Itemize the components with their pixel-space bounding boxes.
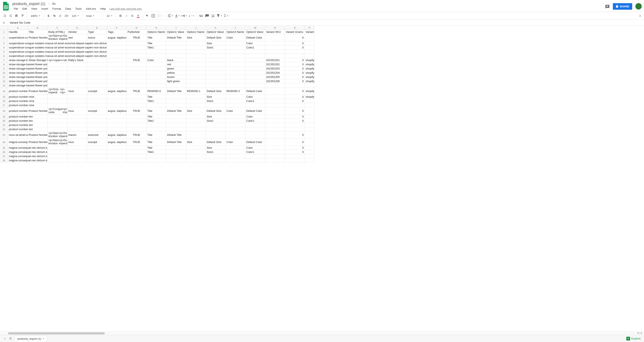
cell-B14[interactable]: Product Number [28,88,48,95]
cell-H8[interactable] [146,62,166,67]
cell-I8[interactable]: red [166,62,186,67]
cell-M27[interactable] [246,154,265,158]
cell-D28[interactable] [67,158,87,163]
row-head-11[interactable]: 11 [0,75,8,79]
row-head-10[interactable]: 10 [0,71,8,75]
menu-help[interactable]: Help [98,7,108,11]
cell-D23[interactable]: mauris [67,131,87,139]
cell-O9[interactable]: 0 [285,67,305,71]
cell-L12[interactable] [226,79,246,83]
row-head-25[interactable]: 25 [0,146,8,150]
cell-C27[interactable] [48,154,67,158]
row-head-6[interactable]: 6 [0,54,8,58]
cell-M28[interactable] [246,158,265,163]
cell-M20[interactable]: Color1 [246,119,265,123]
cell-J23[interactable] [186,131,206,139]
scrollbar-thumb[interactable] [8,332,105,334]
cell-O26[interactable]: 0 [285,150,305,154]
cell-O27[interactable] [285,154,305,158]
cell-O7[interactable]: 0 [285,58,305,62]
cell-F23[interactable]: augue, dapibus, [107,131,127,139]
cell-O10[interactable]: 0 [285,71,305,75]
cell-F10[interactable] [107,71,127,75]
cell-N11[interactable]: 202352205 [265,75,285,79]
cell-I24[interactable]: Default Title [166,139,186,146]
cell-L27[interactable] [226,154,246,158]
cell-N26[interactable] [265,150,285,154]
cell-P4[interactable] [305,46,314,50]
row-head-4[interactable]: 4 [0,46,8,50]
cell-C26[interactable] [48,150,67,154]
cell-I22[interactable] [166,127,186,131]
row-head-8[interactable]: 8 [0,62,8,67]
cell-O3[interactable]: 0 [285,41,305,46]
cell-J13[interactable] [186,83,206,88]
cell-E22[interactable] [87,127,107,131]
cell-J12[interactable] [186,79,206,83]
header-cell[interactable]: Published [127,30,146,34]
cell-B2[interactable]: Product Number [28,34,48,41]
cell-N16[interactable] [265,99,285,103]
cell-G23[interactable]: TRUE [127,131,146,139]
cell-E17[interactable] [87,103,107,107]
chart-icon[interactable] [210,13,216,19]
cell-M5[interactable] [246,50,265,54]
cell-K18[interactable]: Default Size [206,107,226,115]
row-head-20[interactable]: 20 [0,119,8,123]
cell-C13[interactable] [48,83,67,88]
row-head-3[interactable]: 3 [0,41,8,46]
cell-N27[interactable] [265,154,285,158]
cell-L15[interactable] [226,95,246,99]
col-head-B[interactable]: B [28,26,48,30]
cell-C9[interactable] [48,67,67,71]
cell-H28[interactable] [146,158,166,163]
cell-K8[interactable] [206,62,226,67]
cell-B18[interactable]: Product Number [28,107,48,115]
cell-N13[interactable] [265,83,285,88]
cell-E26[interactable] [87,150,107,154]
cell-E25[interactable] [87,146,107,150]
cell-F25[interactable] [107,146,127,150]
share-button[interactable]: SHARE [613,3,632,10]
cell-D10[interactable] [67,71,87,75]
cell-H9[interactable] [146,67,166,71]
fx-icon[interactable]: fx [0,20,8,26]
account-avatar[interactable] [635,3,642,10]
cell-D20[interactable] [67,119,87,123]
cell-K22[interactable] [206,127,226,131]
cell-A12[interactable]: straw-storage-basket-flower-pot [8,79,48,83]
cell-A3[interactable]: suspendisse-congue-sodales-massa-sit-ame… [8,41,107,46]
cell-E14[interactable]: suscipit [87,88,107,95]
cell-G4[interactable] [127,46,146,50]
cell-L24[interactable]: Color [226,139,246,146]
cell-J14[interactable]: REWIND-1 [186,88,206,95]
cell-F14[interactable]: augue, dapibus, [107,88,127,95]
cell-H17[interactable] [146,103,166,107]
header-cell[interactable]: Variant SKU [265,30,285,34]
cell-H12[interactable] [146,79,166,83]
row-head-13[interactable]: 13 [0,83,8,88]
cell-A6[interactable]: suspendisse-congue-sodales-massa-sit-ame… [8,54,107,58]
cell-O17[interactable] [285,103,305,107]
cell-G10[interactable] [127,71,146,75]
cell-B24[interactable]: Product Number [28,139,48,146]
cell-C21[interactable] [48,123,67,127]
cell-O6[interactable] [285,54,305,58]
sheet-tab-menu-icon[interactable]: ▼ [42,337,44,340]
cell-M18[interactable]: Default Color [246,107,265,115]
cell-F22[interactable] [107,127,127,131]
cell-C23[interactable]: <p>Nam tincidun<p>Duis imperdi [48,131,67,139]
cell-N3[interactable] [265,41,285,46]
cell-E9[interactable] [87,67,107,71]
cell-D15[interactable] [67,95,87,99]
cell-B23[interactable]: Product Number [28,131,48,139]
cell-I28[interactable] [166,158,186,163]
merge-cells-icon[interactable]: ▼ [156,13,164,19]
collapse-toolbar-icon[interactable]: ᐱ [639,14,641,18]
cell-F7[interactable] [107,58,127,62]
cell-J20[interactable] [186,119,206,123]
cell-P5[interactable] [305,50,314,54]
cell-H11[interactable] [146,75,166,79]
wrap-icon[interactable]: ▼ [181,13,188,19]
cell-J27[interactable] [186,154,206,158]
